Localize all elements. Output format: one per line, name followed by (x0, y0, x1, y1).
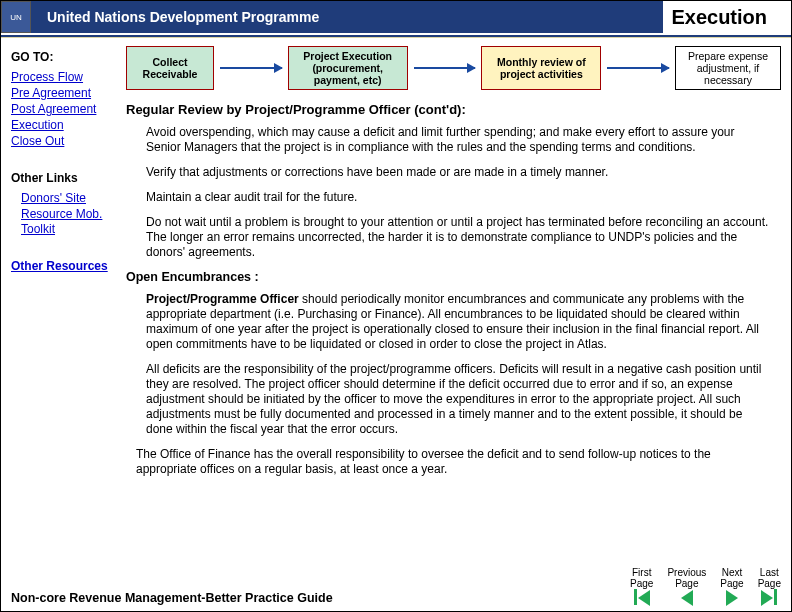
nav-link-donors-site[interactable]: Donors' Site (21, 191, 120, 206)
nav-label: Previous Page (667, 568, 706, 589)
nav-label: Last Page (758, 568, 781, 589)
flow-box-prepare-adjustment: Prepare expense adjustment, if necessary (675, 46, 781, 90)
nav-link-other-resources[interactable]: Other Resources (11, 259, 120, 274)
paragraph: The Office of Finance has the overall re… (136, 447, 769, 477)
nav-first-page[interactable]: First Page (630, 568, 653, 605)
paragraph: Project/Programme Officer should periodi… (146, 292, 769, 352)
main-content: Collect Receivable Project Execution (pr… (126, 46, 781, 487)
header-bar: UN United Nations Development Programme … (1, 1, 791, 33)
nav-link-post-agreement[interactable]: Post Agreement (11, 102, 120, 117)
first-page-icon (634, 589, 650, 605)
sidebar: GO TO: Process Flow Pre Agreement Post A… (11, 46, 126, 487)
org-name: United Nations Development Programme (31, 1, 663, 33)
flow-box-collect-receivable: Collect Receivable (126, 46, 214, 90)
paragraph: All deficits are the responsibility of t… (146, 362, 769, 437)
undp-logo-icon: UN (1, 1, 31, 33)
paragraph: Avoid overspending, which may cause a de… (146, 125, 769, 155)
section-heading-encumbrances: Open Encumbrances : (126, 270, 781, 284)
bold-role: Project/Programme Officer (146, 292, 302, 306)
page-title: Execution (663, 2, 791, 33)
paragraph: Maintain a clear audit trail for the fut… (146, 190, 769, 205)
other-links-heading: Other Links (11, 171, 120, 185)
nav-last-page[interactable]: Last Page (758, 568, 781, 605)
arrow-icon (220, 67, 282, 69)
nav-previous-page[interactable]: Previous Page (667, 568, 706, 605)
section-heading-regular-review: Regular Review by Project/Programme Offi… (126, 102, 781, 117)
nav-link-resource-mob-toolkit[interactable]: Resource Mob. Toolkit (21, 207, 120, 237)
paragraph: Do not wait until a problem is brought t… (146, 215, 769, 260)
flow-box-monthly-review: Monthly review of project activities (481, 46, 601, 90)
document-title: Non-core Revenue Management-Better Pract… (11, 591, 333, 605)
page-nav-cluster: First Page Previous Page Next Page Last … (630, 568, 781, 605)
arrow-icon (414, 67, 476, 69)
process-flow-diagram: Collect Receivable Project Execution (pr… (126, 46, 781, 90)
goto-heading: GO TO: (11, 50, 120, 64)
flow-box-project-execution: Project Execution (procurement, payment,… (288, 46, 408, 90)
nav-label: Next Page (720, 568, 743, 589)
nav-next-page[interactable]: Next Page (720, 568, 743, 605)
next-page-icon (726, 589, 738, 605)
nav-link-pre-agreement[interactable]: Pre Agreement (11, 86, 120, 101)
paragraph: Verify that adjustments or corrections h… (146, 165, 769, 180)
last-page-icon (761, 589, 777, 605)
nav-link-execution[interactable]: Execution (11, 118, 120, 133)
arrow-icon (607, 67, 669, 69)
prev-page-icon (681, 589, 693, 605)
footer: Non-core Revenue Management-Better Pract… (11, 568, 781, 605)
nav-link-process-flow[interactable]: Process Flow (11, 70, 120, 85)
nav-label: First Page (630, 568, 653, 589)
nav-link-close-out[interactable]: Close Out (11, 134, 120, 149)
